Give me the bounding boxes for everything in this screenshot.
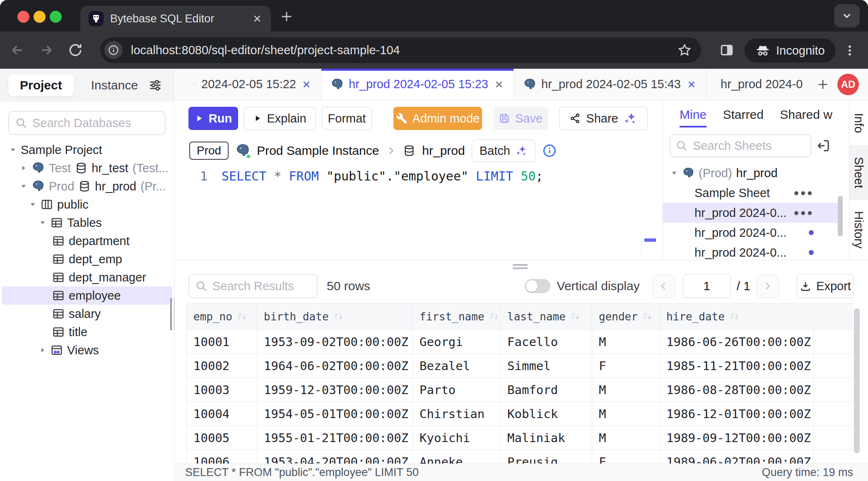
close-tab-icon[interactable] — [301, 79, 312, 90]
browser-tab[interactable]: Bytebase SQL Editor — [80, 6, 271, 31]
sheet-tab-2-active[interactable]: hr_prod 2024-02-05 15:23 — [321, 69, 514, 100]
tree-table-label: dept_manager — [69, 271, 146, 284]
tab-project[interactable]: Project — [8, 74, 74, 96]
close-tab-icon[interactable] — [494, 79, 504, 90]
batch-button[interactable]: Batch — [472, 139, 535, 162]
table-cell: F — [592, 450, 660, 464]
bookmark-star-icon[interactable] — [677, 43, 692, 58]
sheet-list-scrollbar[interactable] — [838, 196, 843, 236]
sheet-item[interactable]: hr_prod 2024-0... — [663, 243, 840, 260]
column-header-last_name[interactable]: last_name — [501, 303, 592, 330]
tree-table-employee[interactable]: employee — [2, 286, 172, 305]
page-total: / 1 — [737, 279, 750, 293]
search-databases-input[interactable]: Search Databases — [8, 111, 166, 135]
run-button[interactable]: Run — [188, 107, 238, 130]
column-header-hire_date[interactable]: hire_date — [660, 303, 814, 330]
search-icon — [195, 280, 207, 292]
sheet-tab-4[interactable]: hr_prod 2024-0 — [706, 69, 809, 100]
search-results-input[interactable]: Search Results — [188, 274, 318, 298]
tree-tables-group-label: Tables — [67, 216, 102, 230]
search-sheets-input[interactable]: Search Sheets — [670, 134, 811, 157]
results-divider[interactable] — [174, 260, 868, 269]
tree-prod-db-row[interactable]: Prod hr_prod (Pr... — [0, 177, 174, 195]
tree-table-department[interactable]: department — [0, 232, 174, 250]
tree-test-db-row[interactable]: Test hr_test (Test... — [0, 159, 174, 177]
close-tab-icon[interactable] — [686, 79, 697, 90]
window-minimize-button[interactable] — [34, 11, 46, 23]
share-button[interactable]: Share — [559, 107, 648, 130]
sheet-item-label: Sample Sheet — [694, 186, 793, 200]
tree-table-salary[interactable]: salary — [0, 305, 174, 323]
tree-views-group-row[interactable]: Views — [0, 341, 174, 359]
tab-instance[interactable]: Instance — [91, 78, 138, 92]
site-info-icon[interactable] — [104, 41, 123, 59]
sql-statement: SELECT * FROM "public"."employee" LIMIT … — [222, 169, 543, 183]
prev-page-button[interactable] — [652, 274, 675, 298]
address-bar[interactable]: localhost:8080/sql-editor/sheet/project-… — [100, 37, 701, 63]
tab-sheet[interactable]: Sheet — [849, 146, 868, 200]
admin-mode-button[interactable]: Admin mode — [393, 107, 482, 130]
column-header-emp_no[interactable]: emp_no — [187, 303, 257, 330]
results-scrollbar[interactable] — [854, 308, 860, 453]
sheet-tab-3[interactable]: hr_prod 2024-02-05 15:43 — [514, 69, 706, 100]
tree-table-dept_manager[interactable]: dept_manager — [0, 268, 174, 286]
new-browser-tab-button[interactable] — [278, 8, 295, 25]
tab-search-chevron-button[interactable] — [834, 4, 860, 27]
sheet-more-icon[interactable]: ●●● — [793, 207, 814, 218]
sheet-tab-1[interactable]: 2024-02-05 15:22 — [184, 69, 321, 100]
info-circle-icon[interactable] — [542, 143, 557, 158]
sheet-group-row[interactable]: (Prod) hr_prod — [663, 163, 849, 183]
sheet-list-items: Sample Sheet●●●hr_prod 2024-0...●●●hr_pr… — [663, 183, 849, 260]
page-number-input[interactable] — [683, 274, 731, 298]
results-body: 100011953-09-02T00:00:00ZGeorgiFacelloM1… — [187, 330, 854, 464]
window-close-button[interactable] — [17, 11, 29, 23]
sheet-item[interactable]: hr_prod 2024-0... — [663, 223, 840, 243]
sheet-more-icon[interactable]: ●●● — [793, 188, 814, 198]
tree-project-row[interactable]: Sample Project — [0, 141, 174, 159]
user-avatar[interactable]: AD — [837, 74, 859, 95]
database-name[interactable]: hr_prod — [422, 144, 465, 158]
unlink-icon — [193, 78, 196, 91]
divider-drag-handle[interactable] — [513, 262, 528, 269]
reload-button[interactable] — [64, 38, 87, 62]
postgresql-icon — [682, 167, 694, 179]
sheet-item[interactable]: Sample Sheet●●● — [663, 183, 840, 203]
tab-starred[interactable]: Starred — [723, 108, 763, 122]
vertical-display-toggle[interactable] — [525, 279, 550, 293]
tree-schema-row[interactable]: public — [0, 195, 174, 214]
tab-info[interactable]: Info — [849, 100, 868, 146]
tab-history[interactable]: History — [849, 200, 868, 260]
import-sheet-icon[interactable] — [816, 138, 831, 153]
results-head-row: emp_nobirth_datefirst_namelast_namegende… — [187, 303, 854, 330]
column-header-gender[interactable]: gender — [592, 303, 660, 330]
sheet-item[interactable]: hr_prod 2024-0...●●● — [663, 203, 840, 223]
tree-table-dept_emp[interactable]: dept_emp — [0, 250, 174, 268]
export-button[interactable]: Export — [797, 274, 854, 298]
incognito-badge: Incognito — [745, 38, 836, 63]
back-button[interactable] — [6, 38, 29, 62]
save-button[interactable]: Save — [493, 107, 548, 130]
instance-name[interactable]: Prod Sample Instance — [257, 144, 379, 158]
explain-button[interactable]: Explain — [244, 107, 316, 130]
incognito-label: Incognito — [776, 44, 825, 58]
side-panel-icon[interactable] — [719, 42, 735, 58]
forward-button[interactable] — [35, 38, 58, 62]
window-zoom-button[interactable] — [50, 11, 62, 23]
tab-shared[interactable]: Shared w — [780, 108, 832, 122]
format-button[interactable]: Format — [322, 107, 372, 130]
sql-code-editor[interactable]: 1 SELECT * FROM "public"."employee" LIMI… — [174, 165, 663, 260]
tree-test-db-label: hr_test — [92, 161, 128, 175]
tab-mine[interactable]: Mine — [680, 108, 706, 127]
table-cell: 1955-01-21T00:00:00Z — [257, 426, 413, 450]
browser-tab-close-icon[interactable] — [252, 13, 263, 24]
browser-menu-kebab-icon[interactable] — [840, 41, 860, 60]
column-header-first_name[interactable]: first_name — [413, 303, 501, 330]
browser-tab-title: Bytebase SQL Editor — [110, 12, 252, 25]
next-page-button[interactable] — [756, 274, 779, 298]
column-header-birth_date[interactable]: birth_date — [257, 303, 413, 330]
filter-settings-icon[interactable] — [147, 77, 163, 93]
tree-tables-group-row[interactable]: Tables — [0, 214, 174, 232]
new-sheet-tab-button[interactable] — [813, 75, 832, 94]
tree-table-title[interactable]: title — [0, 323, 174, 341]
table-icon — [52, 289, 65, 302]
